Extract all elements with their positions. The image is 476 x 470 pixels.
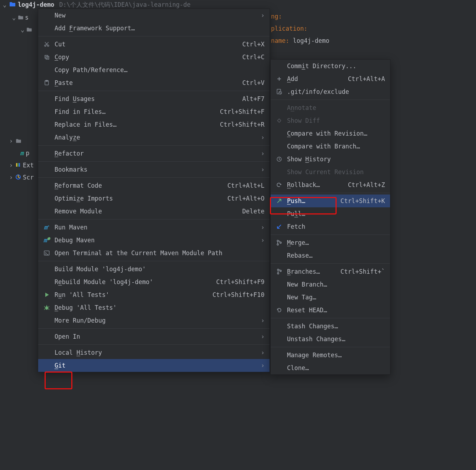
tree-row-external[interactable]: › Ext bbox=[0, 159, 38, 171]
tree-row[interactable]: ⌄ s bbox=[0, 11, 38, 24]
run-icon bbox=[43, 292, 50, 297]
scratches-icon bbox=[16, 174, 21, 181]
menu-item-shortcut: Ctrl+Shift+R bbox=[220, 121, 265, 128]
menu-item-open-terminal-at-the-current-maven-module-path[interactable]: Open Terminal at the Current Maven Modul… bbox=[38, 247, 270, 259]
menu-item-label: Show History bbox=[287, 156, 331, 163]
code-text: ng: bbox=[271, 13, 282, 20]
menu-item-shortcut: Ctrl+V bbox=[242, 79, 265, 86]
menu-item-compare-with-branch[interactable]: Compare with Branch… bbox=[271, 140, 390, 153]
menu-item-find-usages[interactable]: Find UsagesAlt+F7 bbox=[38, 92, 270, 105]
menu-item-debug-maven[interactable]: m⬢Debug Maven› bbox=[38, 234, 270, 247]
menu-item-bookmarks[interactable]: Bookmarks› bbox=[38, 163, 270, 176]
menu-item-shortcut: Ctrl+C bbox=[242, 54, 265, 61]
menu-item-debug-all-tests[interactable]: Debug 'All Tests' bbox=[38, 301, 270, 314]
menu-item-more-run-debug[interactable]: More Run/Debug› bbox=[38, 314, 270, 327]
code-text: plication: bbox=[271, 25, 307, 32]
menu-item-label: Git bbox=[55, 362, 66, 369]
menu-item-shortcut: Delete bbox=[242, 208, 265, 215]
tree-row[interactable]: › r bbox=[0, 135, 38, 147]
tree-row-scratches[interactable]: › Scr bbox=[0, 171, 38, 183]
context-menu-primary: New›Add Framework Support…CutCtrl+XCopyC… bbox=[38, 9, 270, 372]
tree-row-pom[interactable]: m p bbox=[0, 147, 38, 159]
tree-label: p bbox=[26, 150, 29, 157]
menu-separator bbox=[38, 219, 270, 219]
menu-item-push[interactable]: Push…Ctrl+Shift+K bbox=[271, 194, 390, 207]
chevron-right-icon: › bbox=[9, 174, 14, 181]
menu-item-label: Refactor bbox=[55, 150, 84, 157]
menu-item-optimize-imports[interactable]: Optimize ImportsCtrl+Alt+O bbox=[38, 192, 270, 205]
menu-item-show-history[interactable]: Show History bbox=[271, 153, 390, 166]
menu-item-git[interactable]: Git› bbox=[38, 359, 270, 372]
menu-item-new-tag[interactable]: New Tag… bbox=[271, 291, 390, 304]
submenu-arrow-icon: › bbox=[261, 317, 265, 324]
menu-item-run-maven[interactable]: m▸Run Maven› bbox=[38, 221, 270, 234]
menu-item-shortcut: Ctrl+Shift+F10 bbox=[213, 291, 265, 298]
menu-item-cut[interactable]: CutCtrl+X bbox=[38, 38, 270, 51]
menu-item-refactor[interactable]: Refactor› bbox=[38, 147, 270, 160]
menu-item-git-info-exclude[interactable]: .git/info/exclude bbox=[271, 85, 390, 98]
menu-item-open-in[interactable]: Open In› bbox=[38, 330, 270, 343]
submenu-arrow-icon: › bbox=[261, 150, 265, 157]
menu-item-shortcut: Ctrl+Shift+` bbox=[341, 268, 385, 275]
menu-item-fetch[interactable]: Fetch bbox=[271, 220, 390, 233]
menu-item-analyze[interactable]: Analyze› bbox=[38, 131, 270, 144]
menu-separator bbox=[271, 347, 390, 347]
paste-icon bbox=[43, 80, 50, 86]
menu-item-show-diff: Show Diff bbox=[271, 114, 390, 127]
menu-item-branches[interactable]: Branches…Ctrl+Shift+` bbox=[271, 265, 390, 278]
submenu-arrow-icon: › bbox=[261, 224, 265, 231]
menu-item-remove-module[interactable]: Remove ModuleDelete bbox=[38, 205, 270, 218]
svg-rect-7 bbox=[46, 56, 49, 59]
menu-item-build-module-log4j-demo[interactable]: Build Module 'log4j-demo' bbox=[38, 263, 270, 276]
menu-item-label: Manage Remotes… bbox=[287, 352, 342, 359]
menu-item-replace-in-files[interactable]: Replace in Files…Ctrl+Shift+R bbox=[38, 118, 270, 131]
menu-item-commit-directory[interactable]: Commit Directory... bbox=[271, 60, 390, 72]
menu-item-unstash-changes[interactable]: Unstash Changes… bbox=[271, 333, 390, 345]
menu-item-copy-path-reference[interactable]: Copy Path/Reference… bbox=[38, 64, 270, 76]
tree-row[interactable]: ⌄ bbox=[0, 24, 38, 36]
menu-item-find-in-files[interactable]: Find in Files…Ctrl+Shift+F bbox=[38, 105, 270, 118]
svg-rect-9 bbox=[46, 80, 48, 81]
code-key: name: bbox=[271, 37, 289, 44]
menu-item-add[interactable]: AddCtrl+Alt+A bbox=[271, 72, 390, 85]
menu-item-shortcut: Ctrl+Alt+A bbox=[348, 75, 385, 82]
menu-separator bbox=[38, 145, 270, 146]
folder-icon bbox=[16, 137, 21, 145]
menu-separator bbox=[38, 328, 270, 329]
branch-icon bbox=[276, 269, 283, 274]
menu-separator bbox=[38, 261, 270, 261]
menu-item-label: New bbox=[55, 12, 66, 19]
submenu-arrow-icon: › bbox=[261, 362, 265, 369]
menu-item-new[interactable]: New› bbox=[38, 9, 270, 22]
menu-item-reset-head[interactable]: Reset HEAD… bbox=[271, 304, 390, 317]
menu-item-label: Open In bbox=[55, 333, 80, 340]
tree-row[interactable]: › bbox=[0, 36, 38, 48]
menu-item-label: Local History bbox=[55, 349, 102, 356]
menu-item-compare-with-revision[interactable]: Compare with Revision… bbox=[271, 127, 390, 140]
menu-item-label: Reset HEAD… bbox=[287, 307, 327, 314]
menu-item-rebase[interactable]: Rebase… bbox=[271, 249, 390, 262]
menu-item-rebuild-module-log4j-demo[interactable]: Rebuild Module 'log4j-demo'Ctrl+Shift+F9 bbox=[38, 276, 270, 288]
menu-item-rollback[interactable]: Rollback…Ctrl+Alt+Z bbox=[271, 178, 390, 191]
svg-point-15 bbox=[277, 240, 278, 242]
menu-item-merge[interactable]: Merge… bbox=[271, 236, 390, 249]
menu-item-run-all-tests[interactable]: Run 'All Tests'Ctrl+Shift+F10 bbox=[38, 288, 270, 301]
menu-item-paste[interactable]: PasteCtrl+V bbox=[38, 76, 270, 89]
menu-item-shortcut: Alt+F7 bbox=[242, 95, 265, 102]
menu-item-label: Rollback… bbox=[287, 181, 320, 188]
menu-item-reformat-code[interactable]: Reformat CodeCtrl+Alt+L bbox=[38, 179, 270, 192]
menu-item-manage-remotes[interactable]: Manage Remotes… bbox=[271, 349, 390, 362]
menu-item-pull[interactable]: Pull… bbox=[271, 207, 390, 220]
menu-item-new-branch[interactable]: New Branch… bbox=[271, 278, 390, 291]
menu-item-shortcut: Ctrl+Shift+F9 bbox=[216, 278, 265, 285]
menu-item-add-framework-support[interactable]: Add Framework Support… bbox=[38, 22, 270, 35]
menu-item-local-history[interactable]: Local History› bbox=[38, 346, 270, 359]
menu-item-clone[interactable]: Clone… bbox=[271, 362, 390, 374]
menu-item-stash-changes[interactable]: Stash Changes… bbox=[271, 320, 390, 333]
menu-item-show-current-revision: Show Current Revision bbox=[271, 166, 390, 178]
rollback-icon bbox=[276, 182, 283, 188]
menu-item-copy[interactable]: CopyCtrl+C bbox=[38, 51, 270, 64]
copy-icon bbox=[43, 54, 50, 60]
menu-item-label: Clone… bbox=[287, 364, 309, 372]
project-tree-partial: ⌄ s ⌄ › bbox=[0, 11, 38, 48]
